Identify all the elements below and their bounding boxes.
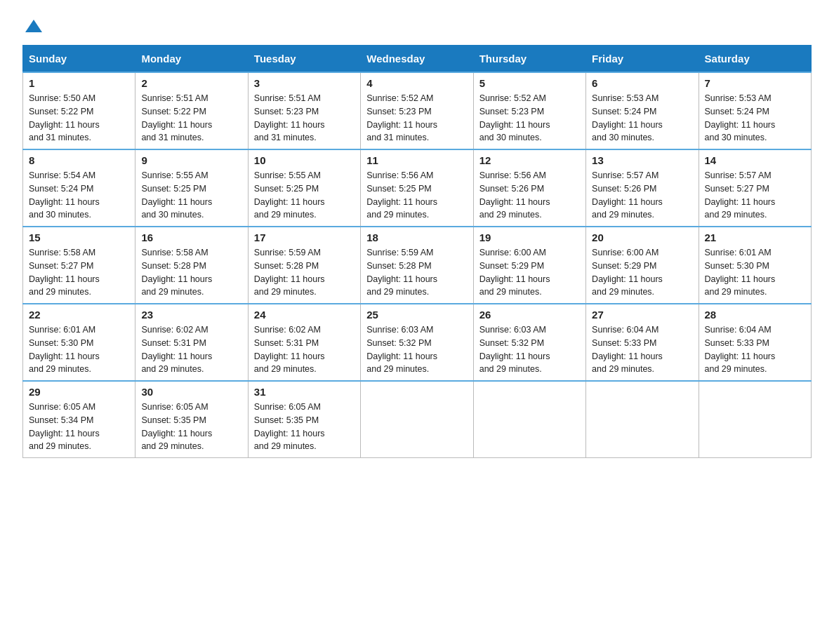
day-number: 25	[366, 309, 467, 321]
day-info: Sunrise: 6:02 AM Sunset: 5:31 PM Dayligh…	[141, 323, 241, 376]
day-info: Sunrise: 5:51 AM Sunset: 5:22 PM Dayligh…	[141, 92, 241, 145]
day-number: 30	[141, 386, 241, 398]
calendar-cell: 5 Sunrise: 5:52 AM Sunset: 5:23 PM Dayli…	[473, 72, 585, 149]
day-number: 19	[479, 232, 580, 243]
weekday-header-saturday: Saturday	[699, 46, 811, 73]
day-info: Sunrise: 5:53 AM Sunset: 5:24 PM Dayligh…	[592, 92, 692, 145]
calendar-cell: 8 Sunrise: 5:54 AM Sunset: 5:24 PM Dayli…	[23, 149, 135, 227]
day-number: 3	[254, 77, 355, 89]
day-number: 11	[366, 154, 467, 166]
calendar-week-row: 15 Sunrise: 5:58 AM Sunset: 5:27 PM Dayl…	[23, 227, 812, 304]
calendar-cell: 12 Sunrise: 5:56 AM Sunset: 5:26 PM Dayl…	[473, 149, 585, 227]
day-info: Sunrise: 6:05 AM Sunset: 5:35 PM Dayligh…	[254, 401, 355, 453]
day-info: Sunrise: 6:05 AM Sunset: 5:35 PM Dayligh…	[141, 401, 241, 453]
day-number: 24	[254, 309, 355, 321]
calendar-body: 1 Sunrise: 5:50 AM Sunset: 5:22 PM Dayli…	[23, 72, 812, 458]
calendar-cell: 13 Sunrise: 5:57 AM Sunset: 5:26 PM Dayl…	[586, 149, 699, 227]
day-info: Sunrise: 5:56 AM Sunset: 5:25 PM Dayligh…	[366, 169, 467, 222]
weekday-header-thursday: Thursday	[473, 46, 585, 73]
day-number: 6	[592, 77, 692, 89]
calendar-cell: 9 Sunrise: 5:55 AM Sunset: 5:25 PM Dayli…	[135, 149, 248, 227]
day-info: Sunrise: 6:04 AM Sunset: 5:33 PM Dayligh…	[592, 323, 692, 376]
day-info: Sunrise: 6:00 AM Sunset: 5:29 PM Dayligh…	[592, 246, 692, 299]
day-number: 17	[254, 232, 355, 243]
calendar-cell: 21 Sunrise: 6:01 AM Sunset: 5:30 PM Dayl…	[699, 227, 811, 304]
day-info: Sunrise: 5:54 AM Sunset: 5:24 PM Dayligh…	[29, 169, 129, 222]
weekday-header-wednesday: Wednesday	[361, 46, 473, 73]
day-info: Sunrise: 5:51 AM Sunset: 5:23 PM Dayligh…	[254, 92, 355, 145]
day-number: 12	[479, 154, 580, 166]
calendar-cell: 10 Sunrise: 5:55 AM Sunset: 5:25 PM Dayl…	[248, 149, 360, 227]
calendar-cell: 6 Sunrise: 5:53 AM Sunset: 5:24 PM Dayli…	[586, 72, 699, 149]
day-info: Sunrise: 5:57 AM Sunset: 5:27 PM Dayligh…	[705, 169, 805, 222]
day-number: 27	[592, 309, 692, 321]
calendar-cell: 15 Sunrise: 5:58 AM Sunset: 5:27 PM Dayl…	[23, 227, 135, 304]
day-info: Sunrise: 6:05 AM Sunset: 5:34 PM Dayligh…	[29, 401, 129, 453]
logo-icon	[24, 17, 44, 36]
calendar-cell: 17 Sunrise: 5:59 AM Sunset: 5:28 PM Dayl…	[248, 227, 360, 304]
page-header	[22, 17, 812, 36]
day-info: Sunrise: 6:02 AM Sunset: 5:31 PM Dayligh…	[254, 323, 355, 376]
calendar-cell: 25 Sunrise: 6:03 AM Sunset: 5:32 PM Dayl…	[361, 304, 473, 381]
calendar-cell: 26 Sunrise: 6:03 AM Sunset: 5:32 PM Dayl…	[473, 304, 585, 381]
calendar-week-row: 8 Sunrise: 5:54 AM Sunset: 5:24 PM Dayli…	[23, 149, 812, 227]
weekday-header-sunday: Sunday	[23, 46, 135, 73]
calendar-cell: 7 Sunrise: 5:53 AM Sunset: 5:24 PM Dayli…	[699, 72, 811, 149]
calendar-cell	[473, 381, 585, 458]
day-info: Sunrise: 5:59 AM Sunset: 5:28 PM Dayligh…	[254, 246, 355, 299]
day-info: Sunrise: 5:55 AM Sunset: 5:25 PM Dayligh…	[254, 169, 355, 222]
day-number: 28	[705, 309, 805, 321]
day-number: 5	[479, 77, 580, 89]
day-info: Sunrise: 6:01 AM Sunset: 5:30 PM Dayligh…	[29, 323, 129, 376]
day-info: Sunrise: 5:50 AM Sunset: 5:22 PM Dayligh…	[29, 92, 129, 145]
calendar-cell: 4 Sunrise: 5:52 AM Sunset: 5:23 PM Dayli…	[361, 72, 473, 149]
calendar-cell: 18 Sunrise: 5:59 AM Sunset: 5:28 PM Dayl…	[361, 227, 473, 304]
calendar-cell: 28 Sunrise: 6:04 AM Sunset: 5:33 PM Dayl…	[699, 304, 811, 381]
day-info: Sunrise: 5:56 AM Sunset: 5:26 PM Dayligh…	[479, 169, 580, 222]
calendar-cell: 14 Sunrise: 5:57 AM Sunset: 5:27 PM Dayl…	[699, 149, 811, 227]
calendar-cell: 16 Sunrise: 5:58 AM Sunset: 5:28 PM Dayl…	[135, 227, 248, 304]
calendar-cell: 2 Sunrise: 5:51 AM Sunset: 5:22 PM Dayli…	[135, 72, 248, 149]
calendar-cell: 23 Sunrise: 6:02 AM Sunset: 5:31 PM Dayl…	[135, 304, 248, 381]
day-number: 21	[705, 232, 805, 243]
day-number: 10	[254, 154, 355, 166]
calendar-cell: 30 Sunrise: 6:05 AM Sunset: 5:35 PM Dayl…	[135, 381, 248, 458]
calendar-cell: 11 Sunrise: 5:56 AM Sunset: 5:25 PM Dayl…	[361, 149, 473, 227]
day-number: 13	[592, 154, 692, 166]
day-info: Sunrise: 6:03 AM Sunset: 5:32 PM Dayligh…	[366, 323, 467, 376]
day-number: 23	[141, 309, 241, 321]
day-info: Sunrise: 6:01 AM Sunset: 5:30 PM Dayligh…	[705, 246, 805, 299]
day-number: 18	[366, 232, 467, 243]
day-number: 7	[705, 77, 805, 89]
day-info: Sunrise: 5:58 AM Sunset: 5:28 PM Dayligh…	[141, 246, 241, 299]
day-number: 16	[141, 232, 241, 243]
day-number: 2	[141, 77, 241, 89]
calendar-cell: 31 Sunrise: 6:05 AM Sunset: 5:35 PM Dayl…	[248, 381, 360, 458]
calendar-cell: 3 Sunrise: 5:51 AM Sunset: 5:23 PM Dayli…	[248, 72, 360, 149]
day-number: 8	[29, 154, 129, 166]
logo	[22, 17, 44, 36]
day-info: Sunrise: 5:53 AM Sunset: 5:24 PM Dayligh…	[705, 92, 805, 145]
calendar-cell: 29 Sunrise: 6:05 AM Sunset: 5:34 PM Dayl…	[23, 381, 135, 458]
calendar-week-row: 29 Sunrise: 6:05 AM Sunset: 5:34 PM Dayl…	[23, 381, 812, 458]
calendar-cell	[361, 381, 473, 458]
day-number: 15	[29, 232, 129, 243]
calendar-cell: 24 Sunrise: 6:02 AM Sunset: 5:31 PM Dayl…	[248, 304, 360, 381]
svg-marker-0	[25, 20, 42, 32]
day-info: Sunrise: 6:03 AM Sunset: 5:32 PM Dayligh…	[479, 323, 580, 376]
day-info: Sunrise: 5:55 AM Sunset: 5:25 PM Dayligh…	[141, 169, 241, 222]
weekday-header-monday: Monday	[135, 46, 248, 73]
calendar-cell	[699, 381, 811, 458]
day-number: 20	[592, 232, 692, 243]
calendar-week-row: 22 Sunrise: 6:01 AM Sunset: 5:30 PM Dayl…	[23, 304, 812, 381]
calendar-cell: 1 Sunrise: 5:50 AM Sunset: 5:22 PM Dayli…	[23, 72, 135, 149]
day-number: 26	[479, 309, 580, 321]
day-number: 1	[29, 77, 129, 89]
day-info: Sunrise: 6:00 AM Sunset: 5:29 PM Dayligh…	[479, 246, 580, 299]
day-number: 14	[705, 154, 805, 166]
calendar-cell: 27 Sunrise: 6:04 AM Sunset: 5:33 PM Dayl…	[586, 304, 699, 381]
day-info: Sunrise: 5:58 AM Sunset: 5:27 PM Dayligh…	[29, 246, 129, 299]
day-info: Sunrise: 5:52 AM Sunset: 5:23 PM Dayligh…	[366, 92, 467, 145]
calendar-cell: 19 Sunrise: 6:00 AM Sunset: 5:29 PM Dayl…	[473, 227, 585, 304]
calendar-week-row: 1 Sunrise: 5:50 AM Sunset: 5:22 PM Dayli…	[23, 72, 812, 149]
